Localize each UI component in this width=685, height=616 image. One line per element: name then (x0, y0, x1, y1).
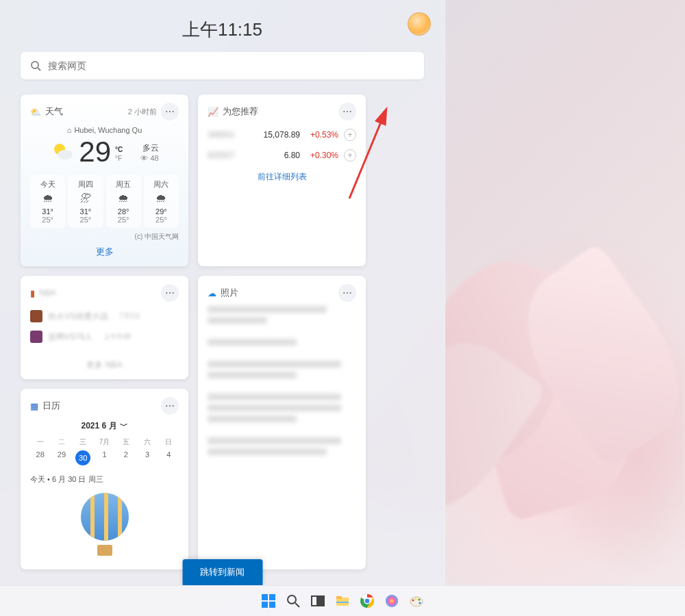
weather-icon: ⛅ (30, 107, 41, 117)
calendar-day[interactable]: 1 (95, 448, 114, 467)
sports-item[interactable]: 篮网VS76人 上午9:00 (30, 331, 179, 343)
unit-c[interactable]: °C (115, 145, 123, 154)
weather-updated: 2 小时前 (128, 107, 157, 117)
more-icon[interactable] (338, 284, 356, 302)
forecast-day[interactable]: 今天🌧31°25° (30, 175, 65, 228)
svg-rect-6 (269, 594, 275, 600)
weather-condition: 多云 (140, 142, 158, 154)
file-explorer-icon[interactable] (333, 591, 352, 611)
svg-line-10 (295, 603, 299, 607)
svg-rect-15 (336, 602, 349, 603)
calendar-day[interactable]: 2 (116, 448, 136, 467)
search-icon (30, 60, 41, 71)
add-stock-icon[interactable]: + (344, 149, 356, 162)
browser-icon[interactable] (382, 591, 401, 611)
clock: 上午11:15 (182, 18, 262, 42)
card-title: 日历 (42, 400, 60, 412)
home-icon: ⌂ (67, 126, 72, 134)
calendar-day[interactable]: 4 (159, 448, 179, 467)
photos-widget[interactable]: ☁ 照片 (198, 276, 366, 569)
svg-point-0 (32, 62, 38, 68)
paint-icon[interactable] (407, 591, 426, 611)
search-button[interactable] (284, 591, 303, 611)
more-icon[interactable] (161, 284, 179, 302)
svg-point-25 (419, 599, 421, 601)
card-title: 天气 (45, 105, 63, 118)
forecast-day[interactable]: 周六🌧29°25° (144, 175, 179, 228)
svg-point-3 (58, 150, 73, 159)
taskview-button[interactable] (308, 591, 327, 611)
svg-point-23 (412, 600, 414, 602)
sports-item[interactable]: 热火VS雄鹿大战 7月1日 (30, 310, 179, 322)
chrome-icon[interactable] (358, 591, 377, 611)
weather-widget[interactable]: ⛅ 天气 2 小时前 ⌂Hubei, Wuchang Qu 29 °C°F 多云… (21, 94, 188, 266)
calendar-day[interactable]: 29 (51, 448, 71, 467)
forecast-day[interactable]: 周四⛈31°25° (68, 175, 103, 228)
user-avatar[interactable] (408, 12, 431, 36)
more-icon[interactable] (161, 397, 179, 415)
svg-point-9 (288, 595, 296, 604)
forecast-day[interactable]: 周五🌧28°25° (106, 175, 141, 228)
stock-row[interactable]: 399001 15,078.89 +0.53% + (208, 129, 356, 141)
weather-location: Hubei, Wuchang Qu (74, 126, 142, 134)
widgets-panel: 上午11:15 ⛅ 天气 2 小时前 ⌂Hubei, Wuchang Qu 29… (0, 0, 445, 585)
sports-icon: ▮ (30, 288, 35, 298)
svg-line-1 (38, 68, 40, 70)
calendar-day[interactable]: 3 (137, 448, 157, 467)
start-button[interactable] (259, 591, 278, 611)
card-title: NBA (39, 288, 56, 298)
chevron-down-icon: ﹀ (120, 420, 128, 432)
weather-aqi: 48 (150, 154, 158, 162)
svg-rect-12 (319, 596, 324, 606)
more-icon[interactable] (338, 103, 356, 120)
stock-row[interactable]: 600937 6.80 +0.30% + (208, 149, 356, 162)
svg-rect-7 (262, 602, 268, 608)
calendar-month[interactable]: 2021 6 月﹀ (30, 420, 179, 432)
add-stock-icon[interactable]: + (344, 129, 356, 141)
weather-more-link[interactable]: 更多 (30, 246, 179, 258)
onedrive-icon: ☁ (208, 288, 216, 298)
calendar-day[interactable]: 28 (30, 448, 50, 467)
svg-rect-11 (312, 596, 317, 606)
more-icon[interactable] (161, 103, 179, 120)
sun-cloud-icon (50, 140, 75, 164)
team-logo (30, 331, 42, 343)
search-input[interactable] (48, 60, 414, 71)
calendar-widget[interactable]: ▦ 日历 2021 6 月﹀ 一二三7月五六日 28 29 30 1 2 3 4… (21, 389, 188, 569)
card-title: 为您推荐 (223, 105, 258, 118)
sports-more-link[interactable]: 更多 NBA (30, 359, 179, 371)
card-title: 照片 (221, 287, 238, 299)
svg-point-24 (415, 598, 417, 600)
unit-f[interactable]: °F (115, 154, 123, 163)
calendar-today-label: 今天 • 6 月 30 日 周三 (30, 474, 179, 485)
taskbar (0, 585, 685, 616)
search-box[interactable] (21, 52, 424, 79)
svg-point-26 (419, 602, 421, 604)
calendar-day-today[interactable]: 30 (73, 448, 93, 467)
team-logo (30, 310, 42, 322)
weather-source: (c) 中国天气网 (30, 232, 179, 242)
jump-to-news-button[interactable]: 跳转到新闻 (182, 559, 262, 585)
svg-rect-14 (336, 596, 342, 599)
sports-widget[interactable]: ▮ NBA 热火VS雄鹿大战 7月1日 篮网VS76人 上午9:00 更多 NB… (21, 276, 188, 379)
calendar-icon: ▦ (30, 401, 38, 411)
stocks-icon: 📈 (208, 107, 219, 117)
calendar-illustration (74, 493, 136, 561)
weather-temp: 29 (79, 136, 111, 168)
svg-rect-5 (262, 594, 268, 600)
svg-rect-8 (269, 602, 275, 608)
stocks-widget[interactable]: 📈 为您推荐 399001 15,078.89 +0.53% + 600937 … (198, 94, 366, 266)
svg-point-21 (386, 595, 398, 607)
calendar-grid: 一二三7月五六日 28 29 30 1 2 3 4 (30, 437, 179, 467)
stocks-detail-link[interactable]: 前往详细列表 (208, 171, 356, 183)
forecast-row: 今天🌧31°25° 周四⛈31°25° 周五🌧28°25° 周六🌧29°25° (30, 175, 179, 228)
